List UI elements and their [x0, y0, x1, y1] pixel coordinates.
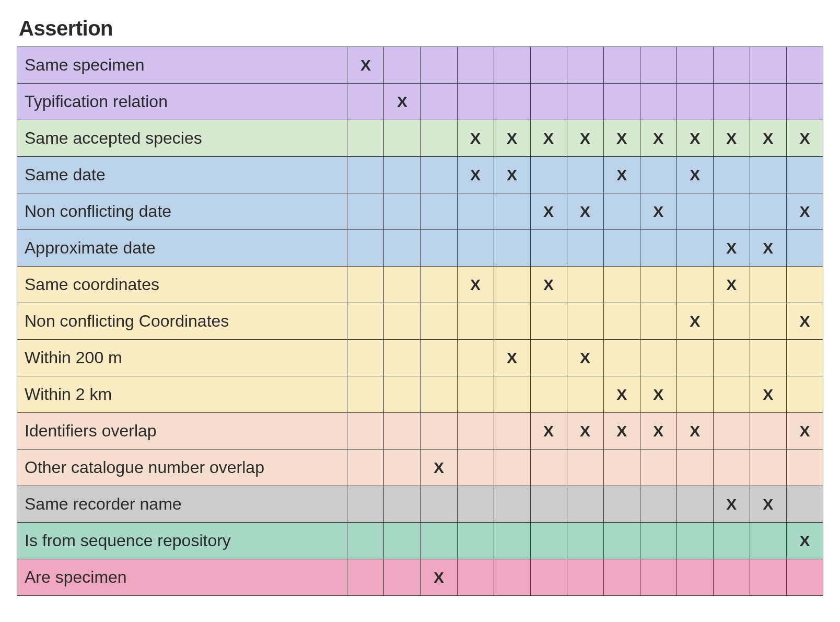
- matrix-cell: X: [421, 559, 457, 596]
- matrix-cell: [786, 340, 823, 376]
- assertion-label: Same accepted species: [17, 120, 347, 157]
- matrix-cell: [347, 450, 384, 486]
- matrix-cell: [347, 303, 384, 340]
- matrix-cell: [603, 230, 640, 267]
- matrix-cell: [786, 47, 823, 84]
- matrix-cell: [786, 376, 823, 413]
- matrix-cell: [567, 303, 603, 340]
- matrix-cell: [713, 340, 750, 376]
- matrix-cell: [567, 450, 603, 486]
- matrix-cell: [750, 84, 786, 120]
- assertion-label: Are specimen: [17, 559, 347, 596]
- assertion-label: Within 2 km: [17, 376, 347, 413]
- matrix-cell: [713, 47, 750, 84]
- matrix-cell: [421, 486, 457, 523]
- matrix-cell: [347, 376, 384, 413]
- matrix-cell: [676, 559, 713, 596]
- matrix-cell: [457, 340, 494, 376]
- table-row: Non conflicting CoordinatesXX: [17, 303, 823, 340]
- matrix-cell: [603, 303, 640, 340]
- matrix-cell: X: [347, 47, 384, 84]
- matrix-cell: [494, 84, 530, 120]
- matrix-cell: X: [384, 84, 421, 120]
- matrix-cell: [750, 450, 786, 486]
- matrix-cell: [713, 303, 750, 340]
- matrix-cell: [421, 230, 457, 267]
- matrix-cell: X: [676, 157, 713, 193]
- matrix-cell: X: [567, 413, 603, 450]
- matrix-cell: X: [457, 157, 494, 193]
- matrix-cell: [384, 193, 421, 230]
- table-row: Same accepted speciesXXXXXXXXXX: [17, 120, 823, 157]
- matrix-cell: [713, 523, 750, 559]
- matrix-cell: [384, 157, 421, 193]
- matrix-cell: [567, 84, 603, 120]
- matrix-cell: [530, 84, 567, 120]
- matrix-cell: [640, 84, 676, 120]
- matrix-cell: [676, 267, 713, 303]
- matrix-cell: X: [786, 523, 823, 559]
- matrix-cell: [421, 193, 457, 230]
- matrix-cell: [786, 267, 823, 303]
- matrix-cell: [421, 84, 457, 120]
- matrix-cell: X: [640, 193, 676, 230]
- matrix-cell: [457, 413, 494, 450]
- matrix-cell: [603, 340, 640, 376]
- assertion-label: Within 200 m: [17, 340, 347, 376]
- matrix-cell: [713, 376, 750, 413]
- matrix-cell: [603, 47, 640, 84]
- matrix-cell: [676, 486, 713, 523]
- matrix-cell: X: [494, 157, 530, 193]
- matrix-cell: [786, 230, 823, 267]
- matrix-cell: [786, 84, 823, 120]
- matrix-cell: [750, 413, 786, 450]
- matrix-cell: X: [786, 413, 823, 450]
- matrix-cell: [457, 303, 494, 340]
- matrix-cell: [786, 559, 823, 596]
- matrix-cell: X: [567, 193, 603, 230]
- matrix-cell: [530, 523, 567, 559]
- table-row: Non conflicting dateXXXX: [17, 193, 823, 230]
- matrix-cell: X: [567, 340, 603, 376]
- matrix-cell: X: [530, 193, 567, 230]
- matrix-cell: X: [603, 120, 640, 157]
- matrix-cell: X: [457, 120, 494, 157]
- matrix-cell: [384, 486, 421, 523]
- matrix-cell: [347, 157, 384, 193]
- table-row: Typification relationX: [17, 84, 823, 120]
- matrix-cell: [786, 450, 823, 486]
- assertion-label: Non conflicting date: [17, 193, 347, 230]
- matrix-cell: [676, 193, 713, 230]
- matrix-cell: [530, 376, 567, 413]
- matrix-cell: [384, 340, 421, 376]
- table-row: Identifiers overlapXXXXXX: [17, 413, 823, 450]
- matrix-cell: [494, 523, 530, 559]
- matrix-cell: X: [786, 120, 823, 157]
- table-row: Same specimenX: [17, 47, 823, 84]
- matrix-cell: X: [567, 120, 603, 157]
- matrix-cell: [750, 267, 786, 303]
- matrix-cell: [567, 559, 603, 596]
- matrix-cell: [640, 157, 676, 193]
- matrix-cell: [530, 303, 567, 340]
- matrix-cell: [384, 450, 421, 486]
- table-row: Within 200 mXX: [17, 340, 823, 376]
- matrix-cell: [494, 47, 530, 84]
- matrix-cell: [494, 450, 530, 486]
- matrix-cell: X: [786, 303, 823, 340]
- matrix-cell: [421, 267, 457, 303]
- matrix-cell: [384, 47, 421, 84]
- assertion-label: Typification relation: [17, 84, 347, 120]
- matrix-cell: X: [713, 120, 750, 157]
- matrix-cell: [713, 84, 750, 120]
- matrix-cell: [457, 450, 494, 486]
- matrix-cell: [530, 559, 567, 596]
- matrix-cell: [347, 486, 384, 523]
- matrix-cell: [640, 303, 676, 340]
- matrix-cell: [384, 120, 421, 157]
- matrix-cell: [384, 303, 421, 340]
- matrix-cell: [676, 84, 713, 120]
- matrix-cell: [567, 157, 603, 193]
- table-row: Within 2 kmXXX: [17, 376, 823, 413]
- table-row: Same dateXXXX: [17, 157, 823, 193]
